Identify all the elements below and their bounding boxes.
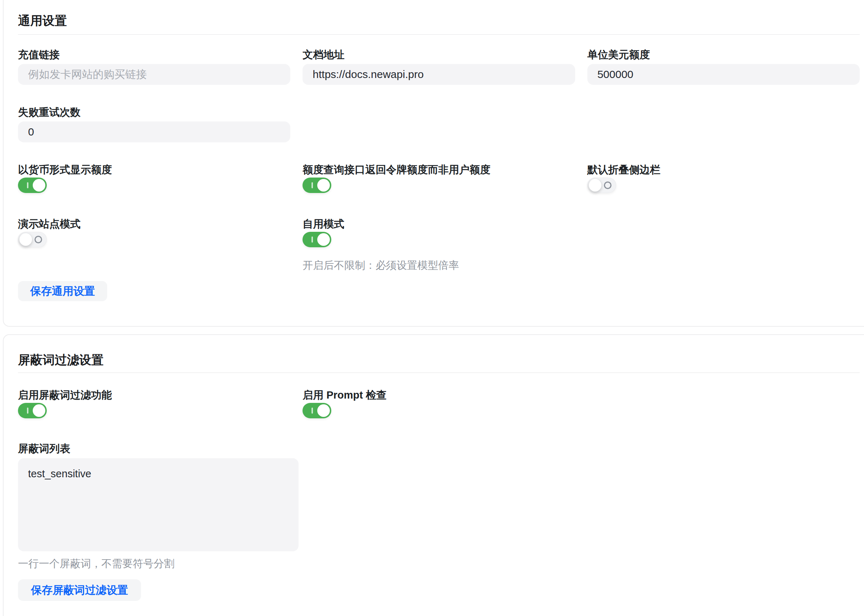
display-currency-label: 以货币形式显示额度 (18, 163, 290, 176)
quota-for-token-label: 额度查询接口返回令牌额度而非用户额度 (303, 163, 575, 176)
field-docs-url: 文档地址 (303, 48, 575, 85)
word-filter-title: 屏蔽词过滤设置 (18, 352, 860, 367)
switch-knob (317, 404, 330, 417)
quota-for-token-toggle[interactable] (303, 178, 331, 193)
default-collapse-sidebar-label: 默认折叠侧边栏 (587, 163, 860, 176)
switch-knob (589, 179, 601, 192)
enable-filter-label: 启用屏蔽词过滤功能 (18, 388, 290, 401)
toggle-group-self-use-mode: 自用模式 开启后不限制：必须设置模型倍率 (303, 217, 575, 272)
docs-url-input[interactable] (303, 64, 575, 85)
topup-link-input[interactable] (18, 64, 290, 85)
enable-filter-toggle[interactable] (18, 403, 47, 418)
toggle-group-demo-site-mode: 演示站点模式 (18, 217, 290, 272)
general-fields-row-1: 充值链接 文档地址 单位美元额度 (18, 48, 860, 85)
field-retry-times: 失败重试次数 (18, 106, 290, 142)
default-collapse-sidebar-toggle[interactable] (587, 178, 616, 193)
toggle-group-enable-filter: 启用屏蔽词过滤功能 (18, 388, 290, 418)
general-toggles-row-2: 演示站点模式 自用模式 开启后不限制：必须设置模型倍率 (18, 217, 860, 272)
switch-on-indicator (27, 407, 28, 414)
toggle-group-enable-prompt-check: 启用 Prompt 检查 (303, 388, 575, 418)
switch-on-indicator (312, 182, 313, 188)
word-list-label: 屏蔽词列表 (18, 442, 860, 455)
topup-link-label: 充值链接 (18, 48, 290, 61)
switch-knob (33, 404, 45, 417)
settings-page: 通用设置 充值链接 文档地址 单位美元额度 失败重试次数 (0, 0, 864, 605)
switch-knob (33, 179, 45, 192)
switch-on-indicator (312, 236, 313, 243)
retry-times-input[interactable] (18, 121, 290, 142)
usd-quota-input[interactable] (587, 64, 860, 85)
word-list-textarea[interactable]: test_sensitive (18, 458, 298, 551)
self-use-mode-label: 自用模式 (303, 217, 575, 230)
demo-site-mode-toggle[interactable] (18, 232, 47, 247)
divider (18, 372, 860, 373)
enable-prompt-check-toggle[interactable] (303, 403, 331, 418)
general-settings-card: 通用设置 充值链接 文档地址 单位美元额度 失败重试次数 (3, 0, 864, 327)
save-general-settings-button[interactable]: 保存通用设置 (18, 281, 107, 301)
general-settings-title: 通用设置 (18, 13, 860, 28)
enable-prompt-check-label: 启用 Prompt 检查 (303, 388, 575, 401)
toggle-group-display-currency: 以货币形式显示额度 (18, 163, 290, 193)
retry-times-label: 失败重试次数 (18, 106, 290, 119)
switch-on-indicator (312, 407, 313, 414)
docs-url-label: 文档地址 (303, 48, 575, 61)
switch-off-indicator (604, 181, 612, 189)
switch-on-indicator (27, 182, 28, 188)
save-word-filter-button[interactable]: 保存屏蔽词过滤设置 (18, 579, 141, 601)
filter-toggles-row: 启用屏蔽词过滤功能 启用 Prompt 检查 (18, 388, 860, 418)
switch-off-indicator (35, 236, 42, 243)
display-currency-toggle[interactable] (18, 178, 47, 193)
toggle-group-default-collapse-sidebar: 默认折叠侧边栏 (587, 163, 860, 193)
general-toggles-row-1: 以货币形式显示额度 额度查询接口返回令牌额度而非用户额度 默认折叠侧边栏 (18, 163, 860, 193)
switch-knob (19, 233, 32, 246)
general-fields-row-2: 失败重试次数 (18, 106, 860, 142)
word-filter-card: 屏蔽词过滤设置 启用屏蔽词过滤功能 启用 Prompt 检查 (3, 334, 864, 616)
switch-knob (317, 179, 330, 192)
field-topup-link: 充值链接 (18, 48, 290, 85)
self-use-mode-helper: 开启后不限制：必须设置模型倍率 (303, 259, 575, 272)
demo-site-mode-label: 演示站点模式 (18, 217, 290, 230)
self-use-mode-toggle[interactable] (303, 232, 331, 247)
divider (18, 34, 860, 35)
switch-knob (317, 233, 330, 246)
word-list-helper: 一行一个屏蔽词，不需要符号分割 (18, 557, 860, 570)
toggle-group-quota-for-token: 额度查询接口返回令牌额度而非用户额度 (303, 163, 575, 193)
usd-quota-label: 单位美元额度 (587, 48, 860, 61)
field-usd-quota: 单位美元额度 (587, 48, 860, 85)
